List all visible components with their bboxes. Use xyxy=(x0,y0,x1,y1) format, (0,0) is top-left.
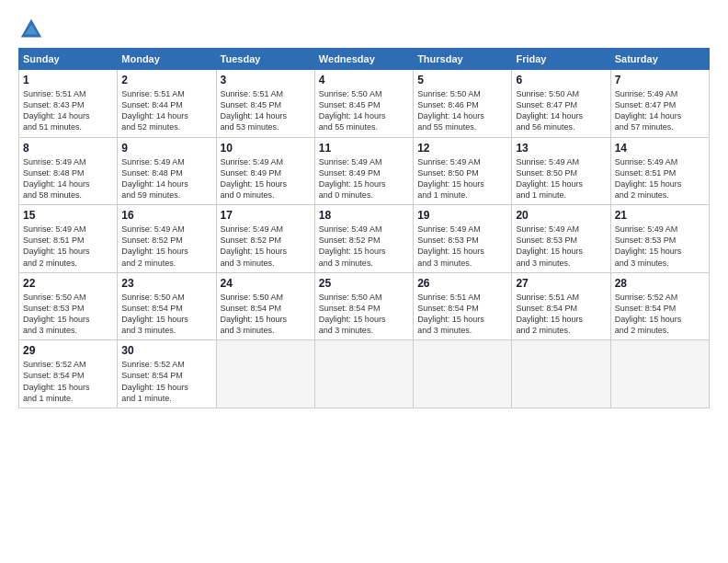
day-number: 21 xyxy=(615,209,705,222)
calendar-cell: 8Sunrise: 5:49 AMSunset: 8:48 PMDaylight… xyxy=(19,137,118,205)
day-info: Sunrise: 5:50 AMSunset: 8:47 PMDaylight:… xyxy=(516,88,606,133)
day-info: Sunrise: 5:49 AMSunset: 8:53 PMDaylight:… xyxy=(615,224,705,269)
calendar-header-wednesday: Wednesday xyxy=(314,49,413,70)
calendar-cell: 20Sunrise: 5:49 AMSunset: 8:53 PMDayligh… xyxy=(512,205,610,273)
calendar-cell xyxy=(610,340,709,408)
calendar-cell: 6Sunrise: 5:50 AMSunset: 8:47 PMDaylight… xyxy=(512,70,610,138)
calendar-week-row: 15Sunrise: 5:49 AMSunset: 8:51 PMDayligh… xyxy=(19,205,710,273)
day-number: 19 xyxy=(417,209,507,222)
calendar-header-row: SundayMondayTuesdayWednesdayThursdayFrid… xyxy=(19,49,710,70)
day-info: Sunrise: 5:51 AMSunset: 8:43 PMDaylight:… xyxy=(23,88,113,133)
day-info: Sunrise: 5:49 AMSunset: 8:48 PMDaylight:… xyxy=(121,156,211,201)
day-number: 23 xyxy=(121,277,211,290)
day-number: 28 xyxy=(615,277,705,290)
day-info: Sunrise: 5:52 AMSunset: 8:54 PMDaylight:… xyxy=(121,359,211,404)
day-number: 8 xyxy=(23,142,113,155)
day-number: 16 xyxy=(121,209,211,222)
calendar-cell: 28Sunrise: 5:52 AMSunset: 8:54 PMDayligh… xyxy=(610,272,709,340)
calendar-cell: 27Sunrise: 5:51 AMSunset: 8:54 PMDayligh… xyxy=(512,272,610,340)
day-number: 11 xyxy=(319,142,409,155)
calendar-cell: 18Sunrise: 5:49 AMSunset: 8:52 PMDayligh… xyxy=(314,205,413,273)
day-number: 24 xyxy=(221,277,311,290)
day-info: Sunrise: 5:49 AMSunset: 8:47 PMDaylight:… xyxy=(615,88,705,133)
day-number: 4 xyxy=(319,74,409,86)
day-info: Sunrise: 5:52 AMSunset: 8:54 PMDaylight:… xyxy=(23,359,113,404)
calendar-cell: 29Sunrise: 5:52 AMSunset: 8:54 PMDayligh… xyxy=(19,340,118,408)
calendar-cell: 26Sunrise: 5:51 AMSunset: 8:54 PMDayligh… xyxy=(414,272,512,340)
calendar-header-thursday: Thursday xyxy=(414,49,512,70)
day-info: Sunrise: 5:51 AMSunset: 8:54 PMDaylight:… xyxy=(516,292,606,337)
day-info: Sunrise: 5:50 AMSunset: 8:54 PMDaylight:… xyxy=(319,292,409,337)
day-info: Sunrise: 5:49 AMSunset: 8:50 PMDaylight:… xyxy=(516,156,606,201)
calendar-header-saturday: Saturday xyxy=(610,49,709,70)
calendar-cell: 21Sunrise: 5:49 AMSunset: 8:53 PMDayligh… xyxy=(610,205,709,273)
day-number: 6 xyxy=(516,74,606,86)
day-info: Sunrise: 5:49 AMSunset: 8:50 PMDaylight:… xyxy=(417,156,507,201)
calendar-cell xyxy=(314,340,413,408)
day-info: Sunrise: 5:50 AMSunset: 8:46 PMDaylight:… xyxy=(417,88,507,133)
day-info: Sunrise: 5:51 AMSunset: 8:54 PMDaylight:… xyxy=(417,292,507,337)
day-info: Sunrise: 5:49 AMSunset: 8:52 PMDaylight:… xyxy=(121,224,211,269)
calendar-cell: 7Sunrise: 5:49 AMSunset: 8:47 PMDaylight… xyxy=(610,70,709,138)
calendar-cell: 2Sunrise: 5:51 AMSunset: 8:44 PMDaylight… xyxy=(118,70,216,138)
calendar-cell: 5Sunrise: 5:50 AMSunset: 8:46 PMDaylight… xyxy=(414,70,512,138)
calendar-cell: 11Sunrise: 5:49 AMSunset: 8:49 PMDayligh… xyxy=(314,137,413,205)
day-info: Sunrise: 5:49 AMSunset: 8:51 PMDaylight:… xyxy=(23,224,113,269)
header xyxy=(18,17,710,42)
day-number: 5 xyxy=(417,74,507,86)
calendar-week-row: 8Sunrise: 5:49 AMSunset: 8:48 PMDaylight… xyxy=(19,137,710,205)
calendar-cell: 10Sunrise: 5:49 AMSunset: 8:49 PMDayligh… xyxy=(216,137,314,205)
calendar-week-row: 1Sunrise: 5:51 AMSunset: 8:43 PMDaylight… xyxy=(19,70,710,138)
calendar-cell: 9Sunrise: 5:49 AMSunset: 8:48 PMDaylight… xyxy=(118,137,216,205)
calendar-cell: 4Sunrise: 5:50 AMSunset: 8:45 PMDaylight… xyxy=(314,70,413,138)
day-info: Sunrise: 5:49 AMSunset: 8:53 PMDaylight:… xyxy=(417,224,507,269)
calendar-week-row: 29Sunrise: 5:52 AMSunset: 8:54 PMDayligh… xyxy=(19,340,710,408)
day-number: 18 xyxy=(319,209,409,222)
day-number: 14 xyxy=(615,142,705,155)
day-number: 12 xyxy=(417,142,507,155)
day-number: 26 xyxy=(417,277,507,290)
calendar-cell: 23Sunrise: 5:50 AMSunset: 8:54 PMDayligh… xyxy=(118,272,216,340)
day-number: 20 xyxy=(516,209,606,222)
day-number: 7 xyxy=(615,74,705,86)
calendar-header-monday: Monday xyxy=(118,49,216,70)
calendar-cell: 16Sunrise: 5:49 AMSunset: 8:52 PMDayligh… xyxy=(118,205,216,273)
calendar-cell: 22Sunrise: 5:50 AMSunset: 8:53 PMDayligh… xyxy=(19,272,118,340)
day-number: 15 xyxy=(23,209,113,222)
calendar-cell: 19Sunrise: 5:49 AMSunset: 8:53 PMDayligh… xyxy=(414,205,512,273)
calendar-week-row: 22Sunrise: 5:50 AMSunset: 8:53 PMDayligh… xyxy=(19,272,710,340)
calendar-cell xyxy=(512,340,610,408)
day-info: Sunrise: 5:49 AMSunset: 8:49 PMDaylight:… xyxy=(319,156,409,201)
day-info: Sunrise: 5:51 AMSunset: 8:45 PMDaylight:… xyxy=(221,88,311,133)
day-number: 2 xyxy=(121,74,211,86)
day-info: Sunrise: 5:49 AMSunset: 8:52 PMDaylight:… xyxy=(319,224,409,269)
logo-icon xyxy=(18,17,44,42)
calendar-cell: 14Sunrise: 5:49 AMSunset: 8:51 PMDayligh… xyxy=(610,137,709,205)
day-info: Sunrise: 5:50 AMSunset: 8:54 PMDaylight:… xyxy=(221,292,311,337)
day-number: 10 xyxy=(221,142,311,155)
day-info: Sunrise: 5:49 AMSunset: 8:52 PMDaylight:… xyxy=(221,224,311,269)
day-number: 13 xyxy=(516,142,606,155)
calendar-table: SundayMondayTuesdayWednesdayThursdayFrid… xyxy=(18,48,710,408)
day-number: 30 xyxy=(121,344,211,357)
day-number: 3 xyxy=(221,74,311,86)
day-info: Sunrise: 5:50 AMSunset: 8:54 PMDaylight:… xyxy=(121,292,211,337)
day-info: Sunrise: 5:52 AMSunset: 8:54 PMDaylight:… xyxy=(615,292,705,337)
day-number: 22 xyxy=(23,277,113,290)
page: SundayMondayTuesdayWednesdayThursdayFrid… xyxy=(0,0,728,563)
calendar-cell: 15Sunrise: 5:49 AMSunset: 8:51 PMDayligh… xyxy=(19,205,118,273)
day-info: Sunrise: 5:50 AMSunset: 8:53 PMDaylight:… xyxy=(23,292,113,337)
calendar-cell: 1Sunrise: 5:51 AMSunset: 8:43 PMDaylight… xyxy=(19,70,118,138)
calendar-cell: 17Sunrise: 5:49 AMSunset: 8:52 PMDayligh… xyxy=(216,205,314,273)
day-number: 9 xyxy=(121,142,211,155)
day-number: 29 xyxy=(23,344,113,357)
calendar-header-tuesday: Tuesday xyxy=(216,49,314,70)
calendar-cell: 12Sunrise: 5:49 AMSunset: 8:50 PMDayligh… xyxy=(414,137,512,205)
calendar-cell xyxy=(216,340,314,408)
calendar-cell: 25Sunrise: 5:50 AMSunset: 8:54 PMDayligh… xyxy=(314,272,413,340)
day-info: Sunrise: 5:49 AMSunset: 8:48 PMDaylight:… xyxy=(23,156,113,201)
day-number: 17 xyxy=(221,209,311,222)
calendar-cell: 30Sunrise: 5:52 AMSunset: 8:54 PMDayligh… xyxy=(118,340,216,408)
day-info: Sunrise: 5:49 AMSunset: 8:51 PMDaylight:… xyxy=(615,156,705,201)
calendar-header-sunday: Sunday xyxy=(19,49,118,70)
